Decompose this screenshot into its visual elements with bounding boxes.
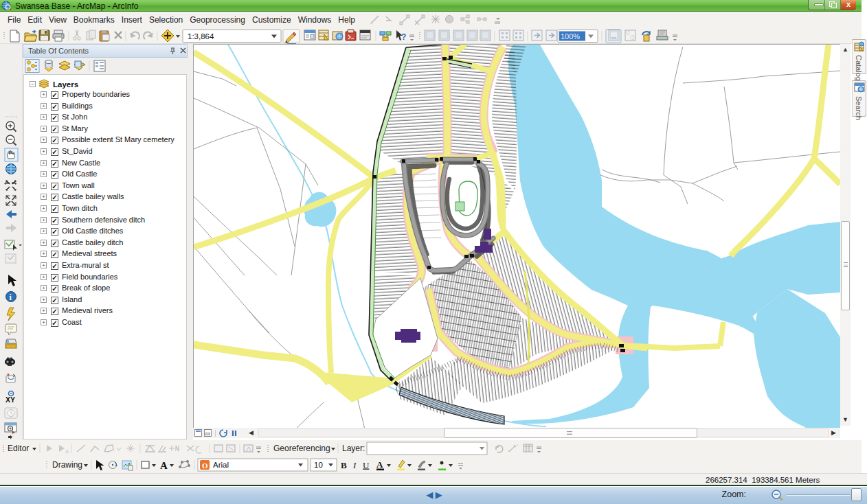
svg-text:O: O bbox=[202, 461, 208, 470]
svg-text:Drawing: Drawing bbox=[52, 460, 82, 470]
svg-text:B: B bbox=[341, 460, 347, 470]
svg-text:A: A bbox=[65, 448, 69, 455]
svg-text:Layer:: Layer: bbox=[342, 444, 365, 453]
svg-text:10: 10 bbox=[314, 461, 323, 469]
svg-text:XY: XY bbox=[5, 396, 15, 404]
svg-text:U: U bbox=[363, 460, 370, 470]
svg-text:100%: 100% bbox=[561, 32, 580, 41]
svg-text:A: A bbox=[376, 459, 383, 470]
svg-text:Editor: Editor bbox=[8, 444, 29, 453]
svg-text:A: A bbox=[160, 460, 168, 471]
svg-text:?: ? bbox=[401, 32, 406, 42]
svg-text:I: I bbox=[352, 460, 357, 470]
svg-text:Arial: Arial bbox=[213, 461, 229, 469]
svg-text:Georeferencing: Georeferencing bbox=[273, 444, 330, 453]
svg-text:1:3,864: 1:3,864 bbox=[188, 32, 214, 41]
